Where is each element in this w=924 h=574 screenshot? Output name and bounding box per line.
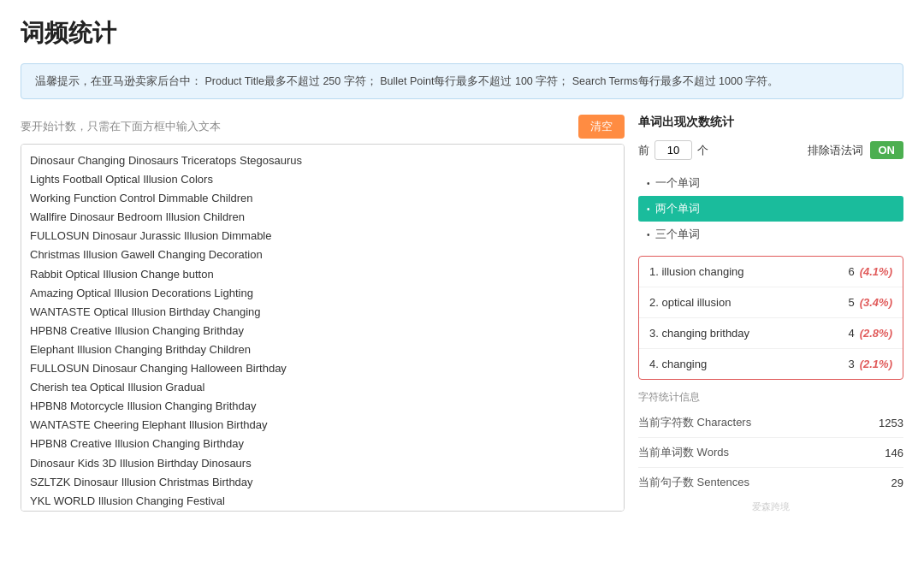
stats-row-sentences: 当前句子数 Sentences 29 [638, 468, 903, 497]
top-n-control: 前 个 [638, 140, 708, 160]
stats-value-sentences: 29 [891, 476, 903, 489]
stats-table: 当前字符数 Characters 1253 当前单词数 Words 146 当前… [638, 408, 903, 497]
result-num-1: 6 [848, 265, 854, 278]
controls-row: 前 个 排除语法词 ON [638, 140, 903, 160]
right-panel-title: 单词出现次数统计 [638, 115, 903, 130]
result-phrase-3: 3. changing brithday [649, 327, 749, 340]
bullet-icon: • [647, 230, 650, 240]
top-n-input[interactable] [654, 140, 692, 160]
word-type-two[interactable]: • 两个单词 [638, 196, 903, 222]
result-num-2: 5 [848, 296, 854, 309]
bullet-icon: • [647, 179, 650, 188]
right-panel: 单词出现次数统计 前 个 排除语法词 ON • 一个单词 [638, 115, 903, 517]
page-title: 词频统计 [21, 17, 903, 50]
toggle-on-button[interactable]: ON [870, 141, 904, 159]
result-phrase-4: 4. changing [649, 358, 707, 370]
watermark: 爱森跨境 [638, 497, 903, 517]
filter-label: 排除语法词 [808, 143, 863, 158]
result-count-1: 6 (4.1%) [848, 265, 892, 278]
word-type-two-label: 两个单词 [655, 201, 700, 216]
notice-bar: 温馨提示，在亚马逊卖家后台中： Product Title最多不超过 250 字… [21, 63, 903, 99]
stats-row-chars: 当前字符数 Characters 1253 [638, 408, 903, 438]
clear-button[interactable]: 清空 [578, 115, 625, 139]
stats-label-sentences: 当前句子数 Sentences [638, 475, 749, 490]
main-layout: 要开始计数，只需在下面方框中输入文本 清空 Dinosaur Changing … [21, 115, 903, 517]
stats-value-chars: 1253 [879, 417, 903, 429]
result-count-2: 5 (3.4%) [848, 296, 892, 309]
word-type-three[interactable]: • 三个单词 [638, 222, 903, 247]
word-type-three-label: 三个单词 [655, 227, 700, 242]
result-phrase-1: 1. illusion changing [649, 265, 744, 278]
stats-label-chars: 当前字符数 Characters [638, 415, 751, 430]
result-count-3: 4 (2.8%) [848, 327, 892, 340]
bullet-icon: • [647, 204, 650, 214]
toggle-row: 排除语法词 ON [808, 141, 904, 159]
results-table: 1. illusion changing 6 (4.1%) 2. optical… [638, 256, 903, 380]
stats-value-words: 146 [885, 447, 903, 459]
page-container: 词频统计 温馨提示，在亚马逊卖家后台中： Product Title最多不超过 … [0, 0, 924, 574]
top-n-label-before: 前 [638, 143, 649, 158]
top-n-label-after: 个 [697, 143, 708, 158]
word-type-list: • 一个单词 • 两个单词 • 三个单词 [638, 170, 903, 247]
result-row-2: 2. optical illusion 5 (3.4%) [639, 287, 903, 318]
left-panel: 要开始计数，只需在下面方框中输入文本 清空 Dinosaur Changing … [21, 115, 625, 512]
word-type-one[interactable]: • 一个单词 [638, 170, 903, 196]
word-type-one-label: 一个单词 [655, 175, 700, 191]
result-pct-2: (3.4%) [860, 296, 892, 309]
stats-section-title: 字符统计信息 [638, 390, 903, 405]
result-pct-1: (4.1%) [860, 265, 892, 278]
input-header: 要开始计数，只需在下面方框中输入文本 清空 [21, 115, 625, 139]
stats-label-words: 当前单词数 Words [638, 445, 729, 460]
result-row-1: 1. illusion changing 6 (4.1%) [639, 257, 903, 287]
result-row-4: 4. changing 3 (2.1%) [639, 349, 903, 379]
result-pct-4: (2.1%) [860, 358, 892, 370]
input-hint: 要开始计数，只需在下面方框中输入文本 [21, 119, 221, 134]
result-num-4: 3 [848, 358, 854, 370]
result-phrase-2: 2. optical illusion [649, 296, 731, 309]
result-row-3: 3. changing brithday 4 (2.8%) [639, 318, 903, 349]
result-count-4: 3 (2.1%) [848, 358, 892, 370]
stats-row-words: 当前单词数 Words 146 [638, 438, 903, 468]
result-num-3: 4 [848, 327, 854, 340]
text-input[interactable]: Dinosaur Changing Dinosaurs Triceratops … [21, 144, 625, 512]
result-pct-3: (2.8%) [860, 327, 892, 340]
